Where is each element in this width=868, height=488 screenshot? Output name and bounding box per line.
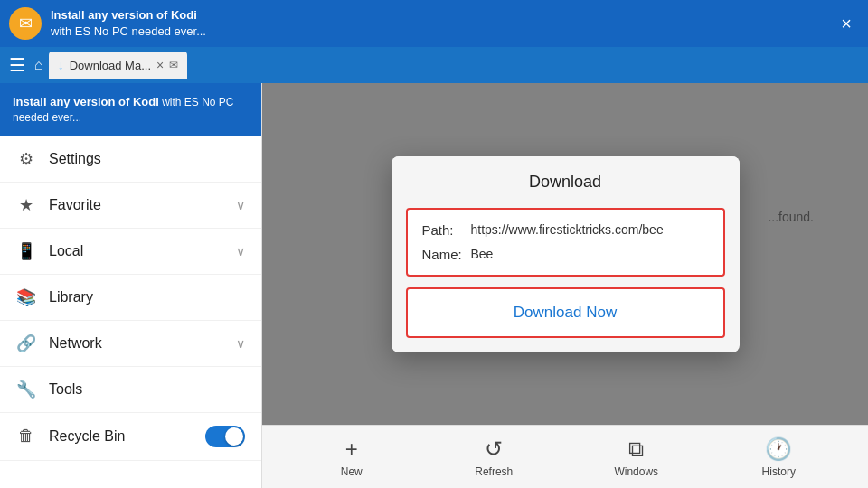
library-icon: 📚 (16, 287, 36, 307)
sidebar-item-favorite[interactable]: ★ Favorite ∨ (0, 183, 261, 229)
content-main: ...found. Download Path: https://www.fir… (262, 83, 868, 425)
promo-close-button[interactable]: × (834, 10, 859, 38)
toolbar-refresh-label: Refresh (475, 465, 513, 478)
dialog-path-value: https://www.firesticktricks.com/bee (471, 222, 664, 237)
dialog-path-field: Path: https://www.firesticktricks.com/be… (422, 222, 709, 238)
sidebar-tools-label: Tools (49, 381, 245, 398)
network-icon: 🔗 (16, 333, 36, 353)
promo-icon: ✉ (9, 7, 42, 40)
toolbar-refresh[interactable]: ↺ Refresh (458, 436, 530, 478)
toolbar-new-label: New (341, 465, 363, 478)
dialog-path-label: Path: (422, 222, 466, 238)
dialog-name-label: Name: (422, 247, 466, 262)
tab-bar: ☰ ⌂ ↓ Download Ma... × ✉ (0, 47, 868, 83)
content-area: ...found. Download Path: https://www.fir… (262, 83, 868, 488)
tab-label: Download Ma... (70, 59, 151, 72)
tools-icon: 🔧 (16, 380, 36, 399)
download-dialog: Download Path: https://www.firesticktric… (392, 156, 740, 352)
windows-icon: ⧉ (628, 436, 644, 462)
home-icon[interactable]: ⌂ (34, 57, 43, 73)
chevron-down-icon: ∨ (236, 244, 245, 258)
favorite-icon: ★ (16, 195, 36, 215)
sidebar-item-network[interactable]: 🔗 Network ∨ (0, 321, 261, 367)
settings-icon: ⚙ (16, 149, 36, 169)
toolbar-windows-label: Windows (614, 465, 658, 478)
sidebar-item-settings[interactable]: ⚙ Settings (0, 136, 261, 183)
toolbar-history[interactable]: 🕐 History (742, 436, 815, 478)
chevron-down-icon: ∨ (236, 336, 245, 351)
tab-arrow-icon: ↓ (58, 58, 64, 72)
dialog-title: Download (392, 156, 740, 208)
download-now-button[interactable]: Download Now (406, 287, 725, 338)
sidebar-item-local[interactable]: 📱 Local ∨ (0, 229, 261, 275)
promo-bar: ✉ Install any version of Kodi with ES No… (0, 0, 868, 47)
menu-icon[interactable]: ☰ (9, 54, 25, 76)
sidebar: Install any version of Kodi with ES No P… (0, 83, 262, 488)
sidebar-favorite-label: Favorite (49, 197, 223, 213)
sidebar-local-label: Local (49, 243, 223, 259)
dialog-name-field: Name: Bee (422, 247, 709, 262)
sidebar-item-tools[interactable]: 🔧 Tools (0, 367, 261, 413)
sidebar-library-label: Library (49, 289, 245, 305)
toolbar-history-label: History (762, 465, 796, 478)
sidebar-item-recycle[interactable]: 🗑 Recycle Bin (0, 413, 261, 461)
toolbar-new[interactable]: + New (316, 436, 388, 478)
sidebar-network-label: Network (49, 335, 223, 352)
dialog-body: Path: https://www.firesticktricks.com/be… (406, 208, 725, 277)
sidebar-item-library[interactable]: 📚 Library (0, 275, 261, 321)
recycle-bin-icon: 🗑 (16, 427, 36, 446)
bottom-toolbar: + New ↺ Refresh ⧉ Windows 🕐 History (262, 425, 868, 488)
sidebar-settings-label: Settings (49, 151, 245, 167)
sidebar-recycle-label: Recycle Bin (49, 428, 193, 445)
local-icon: 📱 (16, 241, 36, 261)
sidebar-ad[interactable]: Install any version of Kodi with ES No P… (0, 83, 261, 136)
recycle-toggle[interactable] (205, 426, 245, 447)
dialog-name-value: Bee (471, 247, 494, 261)
main-layout: Install any version of Kodi with ES No P… (0, 83, 868, 488)
promo-text: Install any version of Kodi with ES No P… (51, 7, 825, 40)
history-icon: 🕐 (765, 436, 792, 462)
download-tab[interactable]: ↓ Download Ma... × ✉ (49, 52, 188, 79)
toolbar-windows[interactable]: ⧉ Windows (600, 436, 673, 478)
new-icon: + (345, 436, 358, 462)
chevron-down-icon: ∨ (236, 198, 245, 212)
tab-pin-icon: ✉ (169, 59, 178, 71)
refresh-icon: ↺ (485, 436, 503, 462)
tab-close-icon[interactable]: × (156, 58, 164, 72)
dialog-overlay: Download Path: https://www.firesticktric… (262, 83, 868, 425)
